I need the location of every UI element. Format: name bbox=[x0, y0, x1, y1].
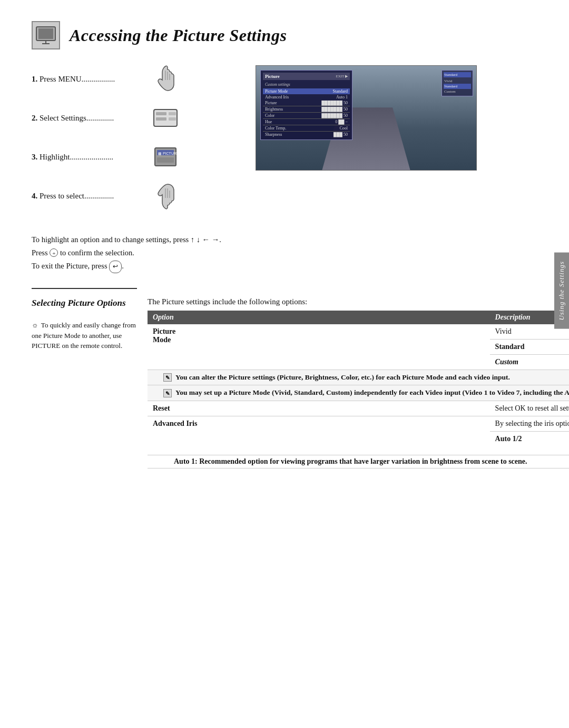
table-row-reset: Reset Select OK to reset all settings an… bbox=[148, 401, 569, 416]
hand-up-icon bbox=[154, 65, 177, 93]
note-1-cell: ✎ You can alter the Picture settings (Pi… bbox=[148, 370, 569, 385]
highlight-box-icon: ▦ PICTURE bbox=[154, 147, 177, 167]
header-icon bbox=[32, 21, 60, 49]
table-row-auto1: Auto 1: Recommended option for viewing p… bbox=[148, 455, 569, 468]
steps-section: 1. Press MENU................. 2. bbox=[32, 65, 537, 221]
table-row-advanced-iris: Advanced Iris By selecting the iris opti… bbox=[148, 416, 569, 432]
step-2-icon bbox=[152, 104, 179, 132]
steps-list: 1. Press MENU................. 2. bbox=[32, 65, 179, 221]
sidebar: Selecting Picture Options ☼ To quickly a… bbox=[32, 297, 148, 506]
tip-text: To quickly and easily change from one Pi… bbox=[32, 321, 136, 350]
page-header: Accessing the Picture Settings bbox=[32, 21, 537, 49]
note-row-1: ✎ You can alter the Picture settings (Pi… bbox=[148, 370, 569, 385]
tv-icon bbox=[35, 25, 56, 46]
desc-advanced-iris: By selecting the iris option, you can ob… bbox=[490, 416, 569, 432]
step-4-number: 4. bbox=[32, 192, 37, 200]
svg-rect-11 bbox=[169, 112, 176, 115]
svg-text:▦ PICTURE: ▦ PICTURE bbox=[158, 152, 177, 155]
auto1-note-text: Auto 1: Recommended option for viewing p… bbox=[174, 457, 527, 465]
instruction-3: To exit the Picture, press ↩. bbox=[32, 260, 537, 273]
step-3-icon: ▦ PICTURE bbox=[152, 143, 179, 171]
value-auto12: Auto 1/2 bbox=[490, 432, 569, 455]
side-tab-label: Using the Settings bbox=[557, 261, 565, 321]
step-3-text: 3. Highlight...................... bbox=[32, 153, 145, 162]
instructions-section: To highlight an option and to change set… bbox=[32, 234, 537, 273]
hand-down-icon bbox=[154, 182, 177, 210]
option-picture-mode: PictureMode bbox=[148, 324, 490, 370]
note-row-2: ✎ You may set up a Picture Mode (Vivid, … bbox=[148, 385, 569, 401]
step-2: 2. Select Settings.............. bbox=[32, 104, 179, 132]
option-reset: Reset bbox=[148, 401, 490, 416]
side-tab: Using the Settings bbox=[554, 253, 569, 329]
svg-rect-1 bbox=[38, 28, 53, 39]
desc-reset: Select OK to reset all settings and adju… bbox=[490, 401, 569, 416]
screenshot-area: Picture EXIT ▶ Custom settings Picture M… bbox=[195, 65, 537, 221]
step-4-text: 4. Press to select............... bbox=[32, 192, 145, 201]
step-1: 1. Press MENU................. bbox=[32, 65, 179, 93]
svg-rect-9 bbox=[156, 112, 166, 115]
step-4-label: Press to select............... bbox=[40, 192, 114, 200]
note-1-text: You can alter the Picture settings (Pict… bbox=[175, 373, 510, 381]
options-table: Option Description PictureMode Vivid Sel… bbox=[148, 311, 569, 469]
note-2-icon: ✎ bbox=[163, 389, 172, 397]
continued-label: (Continued) bbox=[148, 473, 569, 481]
step-1-label: Press MENU................. bbox=[40, 75, 115, 83]
svg-rect-10 bbox=[156, 117, 166, 121]
svg-rect-12 bbox=[169, 117, 176, 121]
step-3-label: Highlight...................... bbox=[40, 153, 113, 161]
col-option: Option bbox=[148, 311, 490, 324]
note-1-content: ✎ You can alter the Picture settings (Pi… bbox=[153, 373, 569, 382]
screenshot-image: Picture EXIT ▶ Custom settings Picture M… bbox=[256, 65, 477, 171]
option-advanced-iris: Advanced Iris bbox=[148, 416, 490, 455]
step-3-number: 3. bbox=[32, 153, 37, 161]
step-4-icon bbox=[152, 182, 179, 210]
sidebar-title: Selecting Picture Options bbox=[32, 297, 137, 309]
auto1-note: Auto 1: Recommended option for viewing p… bbox=[148, 455, 569, 468]
step-1-number: 1. bbox=[32, 75, 37, 83]
step-2-label: Select Settings.............. bbox=[40, 114, 114, 122]
sidebar-tip: ☼ To quickly and easily change from one … bbox=[32, 320, 137, 351]
instruction-2: Press + to confirm the selection. bbox=[32, 247, 537, 259]
step-1-icon bbox=[152, 65, 179, 93]
main-content: Selecting Picture Options ☼ To quickly a… bbox=[32, 297, 537, 506]
table-header: Option Description bbox=[148, 311, 569, 324]
step-3: 3. Highlight...................... ▦ PIC… bbox=[32, 143, 179, 171]
note-2-text: You may set up a Picture Mode (Vivid, St… bbox=[175, 388, 569, 396]
remote-settings-icon bbox=[153, 108, 178, 127]
note-1-icon: ✎ bbox=[163, 373, 172, 382]
note-2-cell: ✎ You may set up a Picture Mode (Vivid, … bbox=[148, 385, 569, 401]
content-column: The Picture settings include the followi… bbox=[148, 297, 569, 506]
value-custom: Custom bbox=[490, 354, 569, 370]
table-row: PictureMode Vivid Select for enhanced pi… bbox=[148, 324, 569, 340]
instruction-1: To highlight an option and to change set… bbox=[32, 234, 537, 246]
step-2-number: 2. bbox=[32, 114, 37, 122]
step-1-text: 1. Press MENU................. bbox=[32, 75, 145, 84]
content-intro: The Picture settings include the followi… bbox=[148, 297, 569, 306]
tip-icon: ☼ bbox=[32, 320, 38, 331]
svg-rect-15 bbox=[157, 157, 174, 163]
note-2-content: ✎ You may set up a Picture Mode (Vivid, … bbox=[153, 388, 569, 397]
page-title: Accessing the Picture Settings bbox=[70, 26, 287, 45]
table-header-row: Option Description bbox=[148, 311, 569, 324]
step-4: 4. Press to select............... bbox=[32, 182, 179, 210]
value-standard: Standard bbox=[490, 339, 569, 354]
page-number: 59 bbox=[148, 492, 569, 505]
section-divider bbox=[32, 288, 137, 289]
step-2-text: 2. Select Settings.............. bbox=[32, 114, 145, 123]
table-body: PictureMode Vivid Select for enhanced pi… bbox=[148, 324, 569, 468]
